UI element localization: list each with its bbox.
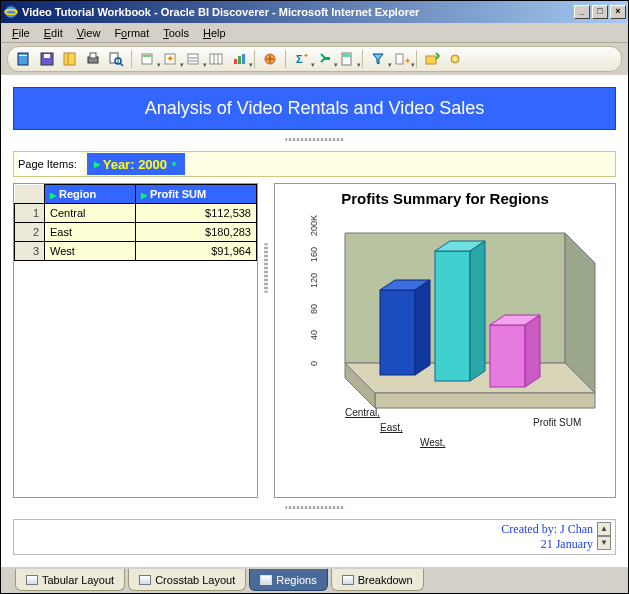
svg-rect-13	[143, 55, 151, 57]
window-title: Video Tutorial Workbook - Oracle BI Disc…	[22, 6, 574, 18]
options-icon[interactable]	[445, 49, 465, 69]
content-area: Analysis of Video Rentals and Video Sale…	[1, 75, 628, 567]
table-row[interactable]: 2 East $180,283	[15, 223, 257, 242]
minimize-button[interactable]: _	[574, 5, 590, 19]
year-selector[interactable]: ▶ Year: 2000 ▼	[87, 153, 185, 175]
menu-format[interactable]: Format	[107, 25, 156, 41]
save-icon[interactable]	[37, 49, 57, 69]
menu-help[interactable]: Help	[196, 25, 233, 41]
tab-breakdown[interactable]: Breakdown	[331, 569, 424, 591]
svg-text:✦: ✦	[166, 53, 174, 64]
close-button[interactable]: ×	[610, 5, 626, 19]
export-icon[interactable]	[422, 49, 442, 69]
cell-profit: $91,964	[135, 242, 256, 261]
svg-rect-45	[435, 251, 470, 381]
menu-tools[interactable]: Tools	[156, 25, 196, 41]
titlebar[interactable]: Video Tutorial Workbook - Oracle BI Disc…	[1, 1, 628, 23]
svg-rect-42	[380, 290, 415, 375]
tab-crosstab-layout[interactable]: Crosstab Layout	[128, 569, 246, 591]
totals-icon[interactable]	[314, 49, 334, 69]
menu-view[interactable]: View	[70, 25, 108, 41]
ie-icon	[3, 4, 19, 20]
svg-text:✦: ✦	[404, 56, 409, 66]
workbook-icon[interactable]	[60, 49, 80, 69]
created-by-text: Created by: J Chan	[501, 522, 593, 537]
menu-edit[interactable]: Edit	[37, 25, 70, 41]
svg-marker-50	[525, 315, 540, 387]
row-header: 2	[15, 223, 45, 242]
cell-profit: $112,538	[135, 204, 256, 223]
app-window: Video Tutorial Workbook - Oracle BI Disc…	[0, 0, 629, 594]
menu-file[interactable]: File	[5, 25, 37, 41]
svg-rect-16	[188, 54, 198, 64]
parameters-icon[interactable]: ✦	[391, 49, 411, 69]
y-axis-ticks: 0 40 80 120 160 200K	[309, 215, 319, 366]
dropdown-icon[interactable]: ▼	[170, 160, 178, 169]
svg-rect-22	[234, 59, 237, 64]
sheet-icon	[26, 575, 38, 585]
calc-icon[interactable]	[337, 49, 357, 69]
splitter-horizontal[interactable]	[285, 138, 345, 141]
year-value: 2000	[138, 157, 167, 172]
drill-icon[interactable]	[260, 49, 280, 69]
table-row[interactable]: 3 West $91,964	[15, 242, 257, 261]
sort-icon[interactable]: Σ✦	[291, 49, 311, 69]
col-region[interactable]: ▶Region	[45, 185, 136, 204]
table-row[interactable]: 1 Central $112,538	[15, 204, 257, 223]
cell-region: West	[45, 242, 136, 261]
svg-text:West,: West,	[420, 437, 445, 448]
cell-region: East	[45, 223, 136, 242]
bar-east[interactable]	[435, 241, 485, 381]
svg-rect-31	[396, 54, 403, 64]
splitter-vertical[interactable]	[264, 243, 268, 293]
open-icon[interactable]	[14, 49, 34, 69]
report-title: Analysis of Video Rentals and Video Sale…	[145, 98, 485, 118]
table-corner	[15, 185, 45, 204]
conditions-icon[interactable]	[368, 49, 388, 69]
svg-text:160: 160	[309, 247, 319, 262]
new-sheet-icon[interactable]: ✦	[160, 49, 180, 69]
maximize-button[interactable]: □	[592, 5, 608, 19]
sheet-icon	[260, 575, 272, 585]
svg-text:✦: ✦	[303, 52, 309, 59]
refresh-icon[interactable]	[137, 49, 157, 69]
chart-icon[interactable]	[229, 49, 249, 69]
splitter-horizontal-2[interactable]	[285, 506, 345, 509]
svg-rect-33	[426, 56, 436, 64]
cell-profit: $180,283	[135, 223, 256, 242]
svg-text:0: 0	[309, 361, 319, 366]
x-axis-labels: Central, East, West,	[345, 407, 445, 448]
series-label: Profit SUM	[533, 417, 581, 428]
menubar: File Edit View Format Tools Help	[1, 23, 628, 43]
svg-rect-30	[343, 54, 350, 57]
svg-text:120: 120	[309, 273, 319, 288]
data-table: ▶Region ▶Profit SUM 1 Central $112,538 2…	[14, 184, 257, 261]
page-items-label: Page Items:	[18, 152, 81, 176]
year-label: Year:	[103, 157, 135, 172]
tab-regions[interactable]: Regions	[249, 569, 327, 591]
chart-floor-front	[375, 393, 595, 408]
svg-marker-44	[415, 280, 430, 375]
svg-rect-3	[19, 55, 27, 56]
layout-icon[interactable]	[206, 49, 226, 69]
bar-west[interactable]	[490, 315, 540, 387]
sheet-tabs: Tabular Layout Crosstab Layout Regions B…	[1, 567, 628, 593]
svg-rect-28	[325, 57, 330, 60]
svg-text:200K: 200K	[309, 215, 319, 236]
bar-central[interactable]	[380, 280, 430, 375]
bar-chart-3d[interactable]: 0 40 80 120 160 200K	[281, 213, 609, 453]
svg-text:40: 40	[309, 330, 319, 340]
tab-tabular-layout[interactable]: Tabular Layout	[15, 569, 125, 591]
preview-icon[interactable]	[106, 49, 126, 69]
col-profit[interactable]: ▶Profit SUM	[135, 185, 256, 204]
scroll-up-button[interactable]: ▲	[597, 522, 611, 536]
scroll-down-button[interactable]: ▼	[597, 536, 611, 550]
triangle-left-icon: ▶	[94, 160, 100, 169]
print-icon[interactable]	[83, 49, 103, 69]
edit-sheet-icon[interactable]	[183, 49, 203, 69]
page-items-bar: Page Items: ▶ Year: 2000 ▼	[13, 151, 616, 177]
sheet-icon	[342, 575, 354, 585]
svg-text:Central,: Central,	[345, 407, 380, 418]
data-table-pane: ▶Region ▶Profit SUM 1 Central $112,538 2…	[13, 183, 258, 498]
svg-text:80: 80	[309, 304, 319, 314]
